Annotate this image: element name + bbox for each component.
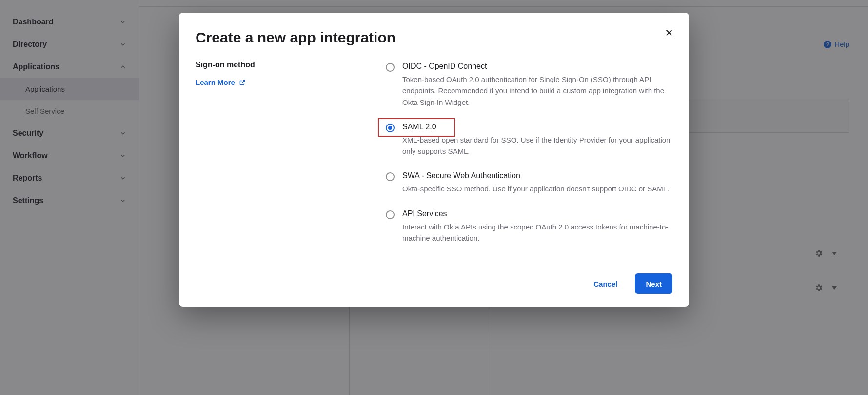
- option-desc: Okta-specific SSO method. Use if your ap…: [402, 183, 669, 194]
- option-desc: Token-based OAuth 2.0 authentication for…: [402, 74, 672, 108]
- modal-left-column: Sign-on method Learn More: [196, 61, 376, 257]
- learn-more-label: Learn More: [196, 78, 235, 86]
- option-desc: Interact with Okta APIs using the scoped…: [402, 221, 672, 244]
- modal-title: Create a new app integration: [196, 29, 672, 46]
- close-icon: [665, 28, 673, 37]
- option-oidc[interactable]: OIDC - OpenID Connect Token-based OAuth …: [386, 61, 672, 109]
- option-title: SWA - Secure Web Authentication: [402, 171, 669, 180]
- option-swa[interactable]: SWA - Secure Web Authentication Okta-spe…: [386, 170, 672, 196]
- next-button[interactable]: Next: [635, 273, 672, 294]
- option-saml[interactable]: SAML 2.0 XML-based open standard for SSO…: [386, 121, 672, 159]
- radio-icon: [386, 210, 395, 219]
- radio-icon: [386, 172, 395, 181]
- section-label: Sign-on method: [196, 61, 376, 69]
- option-title: SAML 2.0: [402, 123, 672, 131]
- radio-icon: [386, 63, 395, 72]
- modal-footer: Cancel Next: [196, 273, 672, 294]
- radio-icon: [386, 124, 395, 132]
- option-title: OIDC - OpenID Connect: [402, 62, 672, 71]
- cancel-button[interactable]: Cancel: [583, 273, 628, 294]
- learn-more-link[interactable]: Learn More: [196, 78, 246, 86]
- create-app-integration-modal: Create a new app integration Sign-on met…: [179, 13, 689, 307]
- option-api-services[interactable]: API Services Interact with Okta APIs usi…: [386, 208, 672, 246]
- option-desc: XML-based open standard for SSO. Use if …: [402, 134, 672, 157]
- close-button[interactable]: [662, 25, 676, 40]
- sign-on-method-options: OIDC - OpenID Connect Token-based OAuth …: [386, 61, 672, 257]
- external-link-icon: [239, 79, 246, 86]
- modal-overlay: Create a new app integration Sign-on met…: [0, 0, 868, 395]
- option-title: API Services: [402, 209, 672, 218]
